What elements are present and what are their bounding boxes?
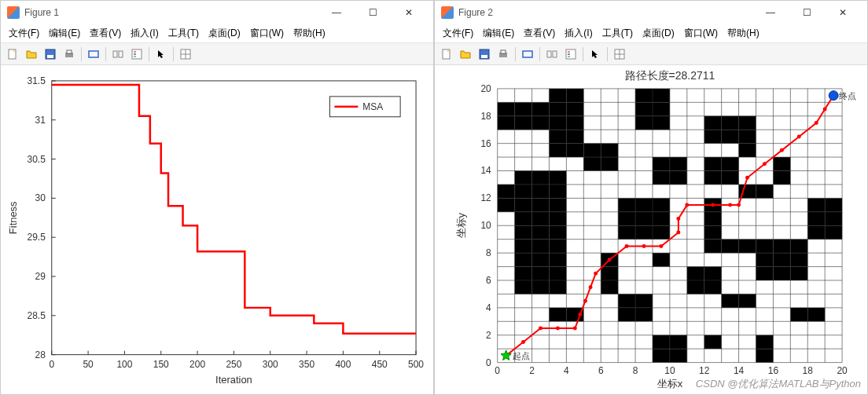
- svg-rect-127: [601, 157, 618, 170]
- svg-rect-132: [618, 212, 635, 225]
- svg-rect-154: [670, 335, 687, 349]
- menu-tools[interactable]: 工具(T): [164, 25, 204, 42]
- minimize-button[interactable]: —: [318, 1, 355, 24]
- svg-rect-149: [653, 157, 670, 170]
- svg-rect-128: [601, 144, 618, 157]
- menu-desktop[interactable]: 桌面(D): [204, 25, 245, 42]
- svg-rect-156: [670, 157, 687, 170]
- svg-rect-136: [635, 225, 653, 239]
- svg-rect-97: [532, 185, 550, 198]
- zoom-icon[interactable]: [85, 46, 102, 63]
- menu-edit[interactable]: 编辑(E): [44, 25, 85, 42]
- svg-rect-198: [807, 225, 825, 239]
- minimize-button[interactable]: —: [752, 1, 789, 24]
- plot-area-1[interactable]: 0501001502002503003504004505002828.52929…: [1, 65, 433, 394]
- titlebar: Figure 1 — ☐ ✕: [1, 1, 433, 24]
- menu-tools[interactable]: 工具(T): [598, 25, 638, 42]
- window-title: Figure 2: [458, 7, 752, 18]
- svg-rect-93: [532, 240, 550, 253]
- svg-text:14: 14: [480, 165, 491, 176]
- svg-text:200: 200: [189, 359, 205, 370]
- svg-point-295: [829, 91, 838, 101]
- link-icon[interactable]: [543, 46, 561, 63]
- svg-point-280: [659, 244, 663, 248]
- legend-icon[interactable]: [562, 46, 579, 63]
- menu-help[interactable]: 帮助(H): [723, 25, 764, 42]
- svg-rect-107: [549, 212, 566, 225]
- svg-text:坐标x: 坐标x: [657, 378, 683, 390]
- zoom-icon[interactable]: [519, 46, 536, 63]
- svg-rect-103: [549, 267, 566, 280]
- svg-rect-201: [825, 225, 842, 239]
- svg-rect-161: [704, 267, 722, 280]
- svg-text:2: 2: [486, 330, 491, 341]
- svg-rect-152: [653, 89, 670, 102]
- svg-rect-133: [618, 198, 635, 211]
- svg-rect-87: [515, 171, 532, 185]
- svg-rect-15: [52, 81, 416, 355]
- svg-rect-174: [722, 130, 739, 143]
- close-button[interactable]: ✕: [825, 1, 861, 24]
- grid-icon[interactable]: [177, 46, 194, 63]
- menu-view[interactable]: 查看(V): [85, 25, 126, 42]
- svg-rect-186: [756, 240, 774, 253]
- menu-insert[interactable]: 插入(I): [126, 25, 163, 42]
- matlab-icon: [441, 6, 454, 19]
- menu-help[interactable]: 帮助(H): [289, 25, 330, 42]
- svg-rect-189: [773, 253, 790, 266]
- maximize-button[interactable]: ☐: [355, 1, 391, 24]
- svg-point-272: [573, 327, 577, 331]
- svg-rect-110: [549, 171, 566, 185]
- svg-rect-100: [532, 102, 550, 115]
- separator: [173, 47, 174, 61]
- svg-rect-188: [773, 267, 790, 280]
- menu-file[interactable]: 文件(F): [438, 25, 478, 42]
- svg-rect-193: [790, 308, 807, 321]
- svg-rect-173: [722, 157, 739, 170]
- maximize-button[interactable]: ☐: [789, 1, 825, 24]
- svg-rect-90: [532, 280, 550, 294]
- open-icon[interactable]: [457, 46, 474, 63]
- menu-file[interactable]: 文件(F): [4, 25, 44, 42]
- print-icon[interactable]: [61, 46, 78, 63]
- grid-icon[interactable]: [611, 46, 628, 63]
- svg-text:18: 18: [803, 365, 814, 376]
- svg-rect-146: [653, 212, 670, 225]
- menubar: 文件(F) 编辑(E) 查看(V) 插入(I) 工具(T) 桌面(D) 窗口(W…: [1, 24, 433, 43]
- close-button[interactable]: ✕: [391, 1, 427, 24]
- print-icon[interactable]: [495, 46, 512, 63]
- svg-point-270: [539, 327, 542, 331]
- svg-text:MSA: MSA: [362, 101, 383, 112]
- svg-rect-169: [704, 116, 722, 130]
- save-icon[interactable]: [42, 46, 59, 63]
- svg-text:终点: 终点: [839, 91, 856, 101]
- svg-point-281: [676, 230, 680, 234]
- svg-point-274: [583, 299, 587, 303]
- menu-edit[interactable]: 编辑(E): [478, 25, 519, 42]
- plot-area-2[interactable]: 路径长度=28.27110246810121416182002468101214…: [435, 65, 867, 394]
- legend-icon[interactable]: [128, 46, 145, 63]
- open-icon[interactable]: [23, 46, 40, 63]
- menu-insert[interactable]: 插入(I): [560, 25, 597, 42]
- menu-view[interactable]: 查看(V): [519, 25, 560, 42]
- svg-rect-94: [532, 225, 550, 239]
- new-icon[interactable]: [438, 46, 455, 63]
- svg-rect-168: [704, 130, 722, 143]
- svg-rect-105: [549, 240, 566, 253]
- svg-rect-112: [549, 130, 566, 143]
- svg-rect-99: [532, 116, 550, 130]
- menu-desktop[interactable]: 桌面(D): [638, 25, 679, 42]
- link-icon[interactable]: [109, 46, 127, 63]
- svg-rect-111: [549, 144, 566, 157]
- menubar: 文件(F) 编辑(E) 查看(V) 插入(I) 工具(T) 桌面(D) 窗口(W…: [435, 24, 867, 43]
- menu-window[interactable]: 窗口(W): [245, 25, 289, 42]
- window-controls: — ☐ ✕: [318, 1, 427, 24]
- pointer-icon[interactable]: [153, 46, 170, 63]
- figure-2-window: Figure 2 — ☐ ✕ 文件(F) 编辑(E) 查看(V) 插入(I) 工…: [434, 0, 868, 395]
- pointer-icon[interactable]: [587, 46, 604, 63]
- save-icon[interactable]: [476, 46, 493, 63]
- menu-window[interactable]: 窗口(W): [679, 25, 723, 42]
- svg-rect-89: [515, 102, 532, 115]
- svg-point-276: [594, 272, 598, 276]
- new-icon[interactable]: [4, 46, 21, 63]
